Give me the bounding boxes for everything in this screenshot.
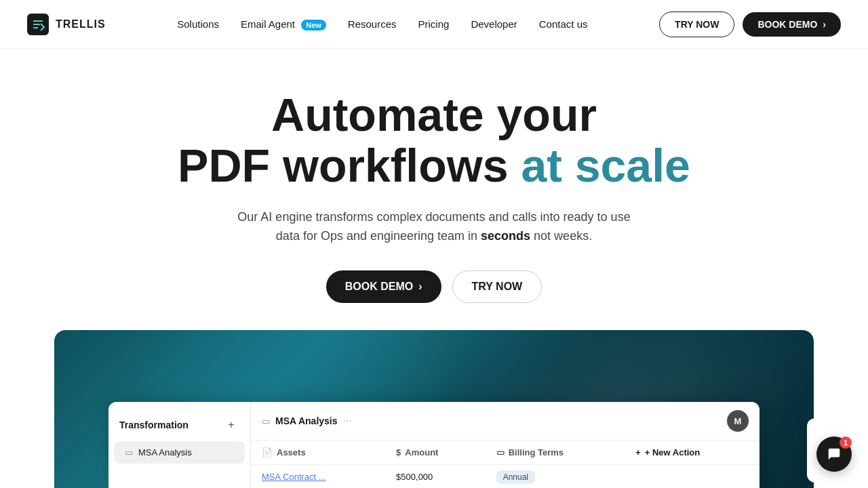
amount-cell: $500,000 [385, 465, 486, 488]
main-header-more-button[interactable]: ··· [343, 415, 352, 427]
new-badge: New [301, 20, 326, 30]
main-panel-header: ▭ MSA Analysis ··· M [251, 402, 760, 441]
sidebar-item-label: MSA Analysis [138, 447, 192, 458]
col-billing-terms: ▭ Billing Terms [486, 441, 625, 465]
hero-subtitle: Our AI engine transforms complex documen… [231, 207, 637, 247]
logo-text: TRELLIS [56, 18, 106, 30]
main-header-left: ▭ MSA Analysis ··· [262, 415, 352, 427]
nav-actions: TRY NOW BOOK DEMO › [659, 12, 841, 37]
try-now-button-hero[interactable]: TRY NOW [452, 270, 542, 303]
sidebar-panel: Transformation + ▭ MSA Analysis [108, 402, 251, 488]
nav-links: Solutions Email Agent New Resources Pric… [177, 18, 587, 30]
billing-badge: Annual [496, 470, 535, 484]
hero-section: Automate your PDF workflows at scale Our… [0, 49, 868, 330]
navbar: TRELLIS Solutions Email Agent New Resour… [0, 0, 868, 49]
assets-icon: 📄 [262, 447, 273, 458]
nav-solutions[interactable]: Solutions [177, 18, 219, 30]
col-amount: $ Amount [385, 441, 486, 465]
main-panel: ▭ MSA Analysis ··· M 📄 Assets [251, 402, 760, 488]
ui-preview-card: Transformation + ▭ MSA Analysis ▭ MSA An… [108, 402, 760, 488]
sidebar-add-button[interactable]: + [223, 417, 239, 433]
chat-popup: Mac 👋 Welcome to Trellis! Have a specifi… [807, 418, 814, 483]
table-row: MSA Contract ... $500,000 Annual [251, 465, 760, 488]
data-table: 📄 Assets $ Amount ▭ [251, 441, 760, 488]
nav-email-agent[interactable]: Email Agent New [241, 18, 326, 30]
logo-icon [27, 14, 49, 35]
preview-section: Transformation + ▭ MSA Analysis ▭ MSA An… [54, 330, 814, 488]
col-new-action[interactable]: + + New Action [625, 441, 760, 465]
nav-pricing[interactable]: Pricing [418, 18, 450, 30]
chat-widget[interactable]: 1 [816, 436, 852, 472]
try-now-button-nav[interactable]: TRY NOW [659, 12, 734, 37]
main-header-title: MSA Analysis [275, 415, 338, 426]
hero-title: Automate your PDF workflows at scale [27, 89, 841, 191]
sidebar-item-msa[interactable]: ▭ MSA Analysis [114, 441, 245, 464]
new-action-button[interactable]: + + New Action [635, 447, 700, 458]
amount-icon: $ [396, 447, 401, 458]
sidebar-header: Transformation + [108, 413, 250, 441]
nav-contact[interactable]: Contact us [539, 18, 588, 30]
avatar: M [727, 410, 749, 432]
asset-link[interactable]: MSA Contract ... [262, 472, 326, 482]
main-header-folder-icon: ▭ [262, 416, 270, 426]
sidebar-title: Transformation [119, 420, 189, 430]
col-assets: 📄 Assets [251, 441, 385, 465]
logo[interactable]: TRELLIS [27, 14, 106, 35]
book-demo-button-hero[interactable]: BOOK DEMO › [326, 270, 441, 303]
hero-buttons: BOOK DEMO › TRY NOW [27, 270, 841, 303]
book-demo-button-nav[interactable]: BOOK DEMO › [743, 12, 841, 37]
billing-icon: ▭ [496, 447, 505, 458]
nav-resources[interactable]: Resources [348, 18, 397, 30]
chat-badge: 1 [840, 436, 852, 449]
nav-developer[interactable]: Developer [471, 18, 517, 30]
sidebar-folder-icon: ▭ [125, 447, 133, 458]
chat-widget-icon [827, 447, 842, 462]
